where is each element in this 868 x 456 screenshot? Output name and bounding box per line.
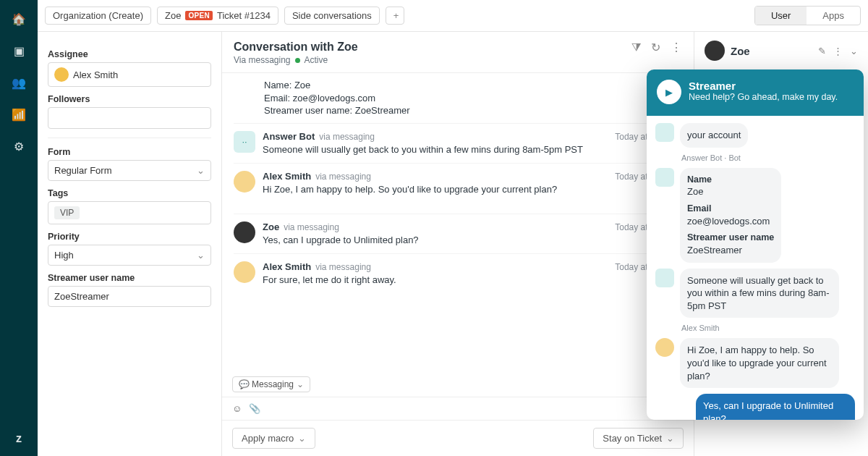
- streamer-username-label: Streamer user name: [48, 273, 211, 283]
- alex-avatar-icon: [234, 261, 255, 283]
- message-via: via messaging: [315, 262, 371, 272]
- zoe-avatar-icon: [234, 221, 255, 243]
- chevron-down-icon[interactable]: ⌄: [850, 46, 858, 56]
- message-row: Alex Smithvia messagingToday at 9:01 AMF…: [234, 253, 682, 304]
- widget-bot-label: Answer Bot · Bot: [681, 153, 855, 162]
- more-icon[interactable]: ⋮: [671, 41, 682, 54]
- alex-avatar-icon: [234, 171, 255, 193]
- home-icon[interactable]: 🏠: [12, 12, 26, 26]
- intro-email: Email: zoe@lovedogs.com: [264, 92, 682, 105]
- bot-avatar-icon: ··: [234, 131, 255, 153]
- tab-ticket-number: Ticket #1234: [217, 10, 271, 21]
- streamer-username-field[interactable]: ZoeStreamer: [48, 286, 211, 307]
- assignee-value: Alex Smith: [73, 69, 118, 80]
- followers-field[interactable]: [48, 107, 211, 129]
- settings-icon[interactable]: ⚙: [12, 139, 26, 153]
- widget-user-msg: Yes, can I upgrade to Unlimited plan?: [696, 394, 855, 420]
- emoji-icon[interactable]: ☺: [232, 403, 242, 414]
- agent-avatar-icon: [655, 338, 674, 357]
- message-via: via messaging: [315, 172, 371, 182]
- widget-bot-msg: Someone will usually get back to you wit…: [680, 269, 839, 318]
- intro-name: Name: Zoe: [264, 79, 682, 92]
- priority-select[interactable]: High: [48, 245, 211, 266]
- filter-icon[interactable]: ⧩: [631, 41, 641, 54]
- tab-side-conversations[interactable]: Side conversations: [284, 7, 380, 25]
- bot-avatar-icon: [655, 269, 674, 287]
- nav-rail: 🏠 ▣ 👥 📶 ⚙ z: [0, 0, 38, 456]
- status-dot-icon: [295, 58, 300, 63]
- widget-subtitle: Need help? Go ahead, make my day.: [689, 92, 838, 102]
- read-receipt-icon: ✓✓: [263, 287, 682, 297]
- conversation-status: Active: [305, 55, 328, 65]
- edit-icon[interactable]: ✎: [818, 46, 826, 56]
- channel-chip[interactable]: 💬 Messaging: [232, 376, 310, 392]
- user-avatar: [705, 41, 725, 61]
- tags-field[interactable]: VIP: [48, 201, 211, 224]
- message-text: Yes, can I upgrade to Unlimited plan?: [263, 234, 682, 247]
- tag-chip: VIP: [54, 206, 80, 219]
- form-label: Form: [48, 147, 211, 157]
- assignee-label: Assignee: [48, 49, 211, 59]
- intro-streamer: Streamer user name: ZoeStreamer: [264, 104, 682, 117]
- apply-macro-select[interactable]: Apply macro: [232, 428, 315, 449]
- message-via: via messaging: [319, 132, 375, 142]
- conversation-via: Via messaging: [234, 55, 291, 65]
- add-tab-button[interactable]: +: [386, 7, 404, 25]
- tab-organization[interactable]: Organization (Create): [45, 7, 151, 25]
- priority-label: Priority: [48, 232, 211, 242]
- widget-form-bubble: NameZoe Emailzoe@lovedogs.com Streamer u…: [680, 168, 781, 263]
- message-row: ··Answer Botvia messagingToday at 9:01 A…: [234, 123, 682, 164]
- panel-toggle: User Apps: [754, 6, 861, 25]
- assignee-field[interactable]: Alex Smith: [48, 62, 211, 87]
- messenger-widget: ▶ Streamer Need help? Go ahead, make my …: [647, 69, 864, 420]
- message-text: Hi Zoe, I am happy to help. So you'd lik…: [263, 183, 682, 196]
- tab-ticket[interactable]: Zoe OPEN Ticket #1234: [157, 7, 278, 25]
- message-text: Someone will usually get back to you wit…: [263, 143, 682, 156]
- form-select[interactable]: Regular Form: [48, 160, 211, 181]
- widget-alex-label: Alex Smith: [681, 324, 855, 332]
- toggle-apps[interactable]: Apps: [807, 7, 860, 25]
- stay-on-ticket-select[interactable]: Stay on Ticket: [593, 428, 684, 449]
- stats-icon[interactable]: 📶: [12, 107, 26, 122]
- message-row: Alex Smithvia messagingToday at 9:01 AMH…: [234, 163, 682, 214]
- user-more-icon[interactable]: ⋮: [833, 46, 843, 56]
- chat-icon: 💬: [239, 379, 249, 389]
- ticket-status-badge: OPEN: [185, 11, 213, 20]
- zendesk-logo-icon: z: [12, 431, 26, 446]
- message-author: Zoe: [263, 221, 279, 232]
- conversation-column: Conversation with Zoe Via messaging Acti…: [222, 32, 694, 456]
- tab-bar: Organization (Create) Zoe OPEN Ticket #1…: [38, 0, 868, 32]
- user-name: Zoe: [731, 45, 750, 57]
- read-receipt-icon: ✓✓: [263, 196, 682, 206]
- widget-alex-msg1: Hi Zoe, I am happy to help. So you'd lik…: [680, 338, 839, 388]
- ticket-properties-panel: Assignee Alex Smith Followers Form Regul…: [38, 32, 222, 456]
- bot-avatar-icon: [655, 168, 674, 187]
- widget-title: Streamer: [689, 80, 838, 92]
- message-author: Alex Smith: [263, 171, 311, 182]
- widget-logo-icon: ▶: [657, 80, 681, 104]
- attachment-icon[interactable]: 📎: [249, 403, 260, 414]
- widget-peek-bubble: your account: [680, 123, 748, 148]
- message-author: Alex Smith: [263, 261, 311, 272]
- composer: ☺ 📎 Send: [222, 397, 694, 420]
- bot-avatar-icon: [655, 123, 674, 142]
- message-row: Zoevia messagingToday at 9:01 AMYes, can…: [234, 214, 682, 254]
- conversation-title: Conversation with Zoe: [234, 41, 358, 54]
- assignee-avatar: [54, 67, 69, 82]
- tags-label: Tags: [48, 188, 211, 198]
- followers-label: Followers: [48, 94, 211, 104]
- inbox-icon[interactable]: ▣: [12, 43, 26, 58]
- history-icon[interactable]: ↻: [651, 41, 660, 54]
- tab-ticket-name: Zoe: [165, 10, 181, 21]
- users-icon[interactable]: 👥: [12, 75, 26, 90]
- message-via: via messaging: [284, 222, 339, 232]
- message-author: Answer Bot: [263, 131, 315, 142]
- message-text: For sure, let me do it right away.: [263, 274, 682, 287]
- toggle-user[interactable]: User: [755, 7, 807, 25]
